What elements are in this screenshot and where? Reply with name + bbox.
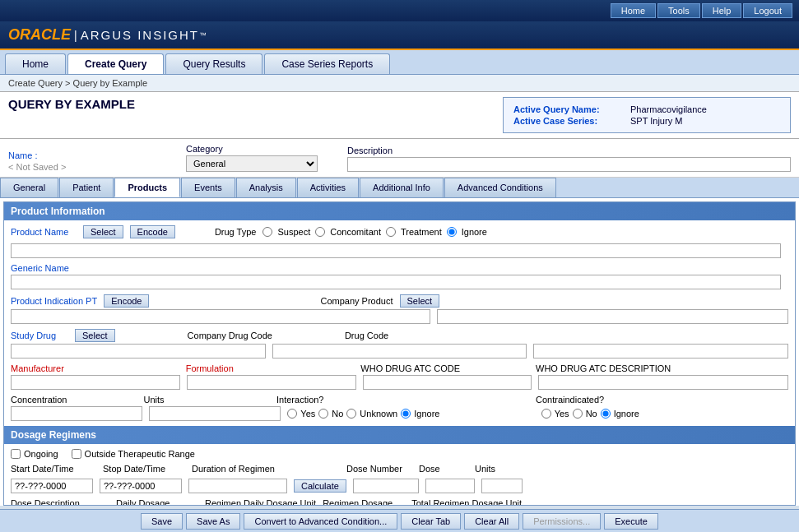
duration-label: Duration of Regimen [192,464,290,474]
who-drug-atc-input[interactable] [363,375,532,390]
contraindicated-no-label: No [586,409,597,419]
generic-name-input[interactable] [11,275,781,289]
units-input[interactable] [149,406,281,421]
product-indication-input[interactable] [11,309,430,324]
tools-nav-btn[interactable]: Tools [657,3,700,18]
study-drug-labels-row: Study Drug Select Company Drug Code Drug… [11,329,788,342]
pipe-separator: | [74,29,77,42]
tab-case-series-reports[interactable]: Case Series Reports [264,53,390,74]
drug-type-ignore-radio[interactable] [447,227,457,237]
tab-query-results[interactable]: Query Results [165,53,262,74]
company-product-label: Company Product [320,296,393,306]
convert-btn[interactable]: Convert to Advanced Condition... [244,513,397,530]
stop-date-input[interactable] [100,479,182,493]
product-name: ARGUS INSIGHT [81,28,199,42]
daily-dosage-label: Daily Dosage [116,498,198,506]
clear-tab-btn[interactable]: Clear Tab [401,513,461,530]
dose-input[interactable] [425,479,475,493]
product-encode-btn[interactable]: Encode [130,225,175,238]
drug-code-input[interactable] [533,344,788,359]
study-drug-inputs [11,344,788,359]
interaction-ignore-radio[interactable] [401,409,411,419]
tab-home[interactable]: Home [5,53,66,74]
interaction-yes-label: Yes [300,409,315,419]
units-label: Units [144,395,271,405]
study-drug-label: Study Drug [11,331,68,340]
concentration-input[interactable] [11,406,142,421]
who-drug-atc-desc-input[interactable] [538,375,788,390]
dose-number-input[interactable] [353,479,419,493]
manufacturer-input[interactable] [11,375,180,390]
study-drug-input[interactable] [11,344,266,359]
ongoing-checkbox[interactable] [11,449,21,459]
dose-desc-label: Dose Description [11,498,109,506]
product-name-select-btn[interactable]: Select [83,225,123,238]
product-name-row: Product Name Select Encode Drug Type Sus… [11,225,788,238]
company-product-input[interactable] [437,309,788,324]
tab-create-query[interactable]: Create Query [67,53,164,74]
product-indication-encode-btn[interactable]: Encode [104,294,149,308]
product-name-input[interactable] [11,243,781,258]
ongoing-group: Ongoing [11,449,58,459]
calculate-btn[interactable]: Calculate [294,479,346,493]
drug-type-ignore-label: Ignore [462,227,487,237]
tab-events[interactable]: Events [181,178,235,197]
outside-therapeutic-checkbox[interactable] [72,449,81,459]
dosage-units-input[interactable] [481,479,523,493]
company-product-select-btn[interactable]: Select [400,294,440,308]
product-info-header: Product Information [4,202,795,220]
contraindicated-yes-radio[interactable] [541,409,551,419]
main-tab-bar: Home Create Query Query Results Case Ser… [0,50,799,75]
page-title: QUERY BY EXAMPLE [8,97,495,114]
section-tab-bar: General Patient Products Events Analysis… [0,178,799,198]
regimen-daily-label: Regimen Daily Dosage Unit [205,498,316,506]
tab-additional-info[interactable]: Additional Info [360,178,444,197]
category-select[interactable]: General Medical Safety [186,155,318,172]
home-nav-btn[interactable]: Home [611,3,656,18]
description-input[interactable] [347,157,791,172]
interaction-unknown-radio[interactable] [346,409,356,419]
tab-patient[interactable]: Patient [59,178,114,197]
tab-analysis[interactable]: Analysis [236,178,296,197]
manufacturer-inputs [11,375,788,390]
drug-type-radios: Suspect Concomitant Treatment Ignore [262,227,486,237]
save-as-btn[interactable]: Save As [186,513,240,530]
formulation-input[interactable] [187,375,356,390]
category-label: Category [186,144,334,154]
regimen-dosage-label: Regimen Dosage [323,498,405,506]
execute-btn[interactable]: Execute [604,513,658,530]
description-label: Description [347,146,791,155]
product-name-label: Product Name [11,227,77,237]
drug-type-treatment-radio[interactable] [386,227,396,237]
product-info-body: Product Name Select Encode Drug Type Sus… [4,220,795,426]
company-drug-code-input[interactable] [272,344,527,359]
permissions-btn[interactable]: Permissions... [523,513,601,530]
who-drug-atc-label: WHO DRUG ATC CODE [360,363,529,373]
active-query-name-value: Pharmacovigilance [630,104,780,114]
study-drug-select-btn[interactable]: Select [75,329,115,342]
drug-type-suspect-label: Suspect [277,227,310,237]
drug-type-concomitant-label: Concomitant [330,227,381,237]
drug-type-concomitant-radio[interactable] [315,227,325,237]
who-drug-atc-desc-label: WHO DRUG ATC DESCRIPTION [536,363,788,373]
contraindicated-no-radio[interactable] [573,409,583,419]
duration-input[interactable] [188,479,287,493]
start-date-input[interactable] [11,479,93,493]
save-btn[interactable]: Save [141,513,183,530]
drug-type-treatment-label: Treatment [401,227,442,237]
clear-all-btn[interactable]: Clear All [464,513,519,530]
contraindicated-ignore-radio[interactable] [601,409,611,419]
interaction-no-radio[interactable] [318,409,328,419]
tab-products[interactable]: Products [114,178,180,197]
tab-activities[interactable]: Activities [297,178,359,197]
stop-date-label: Stop Date/Time [103,464,185,474]
tab-general[interactable]: General [0,178,58,197]
tab-advanced-conditions[interactable]: Advanced Conditions [444,178,556,197]
logout-nav-btn[interactable]: Logout [743,3,792,18]
product-info-title: Product Information [11,206,105,217]
drug-type-suspect-radio[interactable] [262,227,272,237]
concentration-labels: Concentration Units Interaction? Contrai… [11,395,788,405]
help-nav-btn[interactable]: Help [702,3,742,18]
dosage-regimens-title: Dosage Regimens [11,429,96,441]
interaction-yes-radio[interactable] [287,409,297,419]
